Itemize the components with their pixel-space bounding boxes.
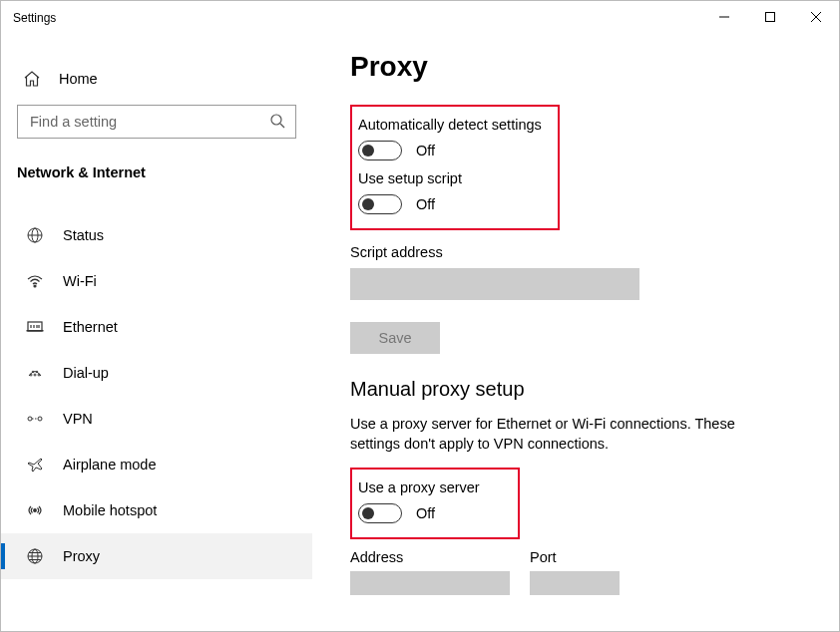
sidebar-item-label: Dial-up	[63, 365, 109, 381]
proxy-server-toggle[interactable]	[358, 503, 402, 523]
sidebar-item-dialup[interactable]: Dial-up	[1, 350, 312, 396]
auto-detect-label: Automatically detect settings	[358, 117, 552, 133]
close-button[interactable]	[793, 1, 839, 33]
category-header: Network & Internet	[1, 139, 312, 194]
search-icon	[269, 113, 285, 132]
nav-list: Status Wi-Fi Ethernet	[1, 212, 312, 579]
svg-point-9	[34, 285, 36, 287]
wifi-icon	[25, 272, 45, 290]
svg-rect-1	[766, 13, 775, 22]
sidebar-item-label: Airplane mode	[63, 457, 157, 473]
proxy-server-state: Off	[416, 505, 435, 521]
maximize-button[interactable]	[747, 1, 793, 33]
highlight-box-auto: Automatically detect settings Off Use se…	[350, 105, 560, 230]
sidebar-item-label: Ethernet	[63, 319, 118, 335]
setup-script-toggle[interactable]	[358, 194, 402, 214]
sidebar-item-label: Wi-Fi	[63, 273, 97, 289]
proxy-icon	[25, 547, 45, 565]
status-icon	[25, 226, 45, 244]
script-address-label: Script address	[350, 244, 819, 260]
home-label: Home	[59, 71, 98, 87]
address-input	[350, 571, 510, 595]
port-input	[530, 571, 620, 595]
proxy-server-label: Use a proxy server	[358, 479, 512, 495]
svg-line-5	[280, 124, 284, 128]
search-box[interactable]	[17, 105, 296, 139]
setup-script-label: Use setup script	[358, 170, 552, 186]
svg-point-24	[34, 509, 37, 512]
port-label: Port	[530, 549, 620, 565]
svg-point-17	[34, 374, 36, 376]
home-nav[interactable]: Home	[1, 59, 312, 99]
svg-rect-11	[27, 331, 43, 332]
svg-point-4	[271, 115, 281, 125]
auto-detect-state: Off	[416, 143, 435, 158]
svg-point-22	[38, 417, 42, 421]
sidebar-item-label: Proxy	[63, 548, 100, 564]
dialup-icon	[25, 364, 45, 382]
auto-detect-toggle[interactable]	[358, 141, 402, 160]
svg-point-21	[28, 417, 32, 421]
sidebar-item-proxy[interactable]: Proxy	[1, 533, 312, 579]
sidebar-item-label: Status	[63, 227, 104, 243]
sidebar-item-ethernet[interactable]: Ethernet	[1, 304, 312, 350]
search-input[interactable]	[28, 113, 269, 131]
script-address-input	[350, 268, 639, 300]
ethernet-icon	[25, 318, 45, 336]
sidebar-item-label: Mobile hotspot	[63, 502, 157, 518]
airplane-icon	[25, 456, 45, 474]
sidebar-item-wifi[interactable]: Wi-Fi	[1, 258, 312, 304]
minimize-button[interactable]	[701, 1, 747, 33]
sidebar-item-vpn[interactable]: VPN	[1, 396, 312, 442]
address-label: Address	[350, 549, 510, 565]
sidebar-item-airplane[interactable]: Airplane mode	[1, 442, 312, 487]
highlight-box-manual: Use a proxy server Off	[350, 468, 520, 539]
svg-rect-10	[28, 322, 42, 331]
manual-description: Use a proxy server for Ethernet or Wi-Fi…	[350, 415, 779, 454]
save-button-label: Save	[378, 330, 411, 346]
title-bar: Settings	[1, 1, 839, 33]
window-title: Settings	[13, 9, 701, 25]
sidebar-item-status[interactable]: Status	[1, 212, 312, 258]
svg-point-16	[30, 374, 32, 376]
sidebar-item-hotspot[interactable]: Mobile hotspot	[1, 487, 312, 533]
sidebar: Home Network & Internet Statu	[1, 33, 312, 631]
sidebar-item-label: VPN	[63, 411, 93, 427]
vpn-icon	[25, 410, 45, 428]
page-title: Proxy	[350, 51, 819, 83]
main-content: Proxy Automatically detect settings Off …	[312, 33, 839, 631]
home-icon	[23, 70, 43, 88]
save-button: Save	[350, 322, 440, 354]
svg-point-18	[38, 374, 40, 376]
manual-section-header: Manual proxy setup	[350, 378, 819, 401]
setup-script-state: Off	[416, 196, 435, 212]
hotspot-icon	[25, 501, 45, 519]
